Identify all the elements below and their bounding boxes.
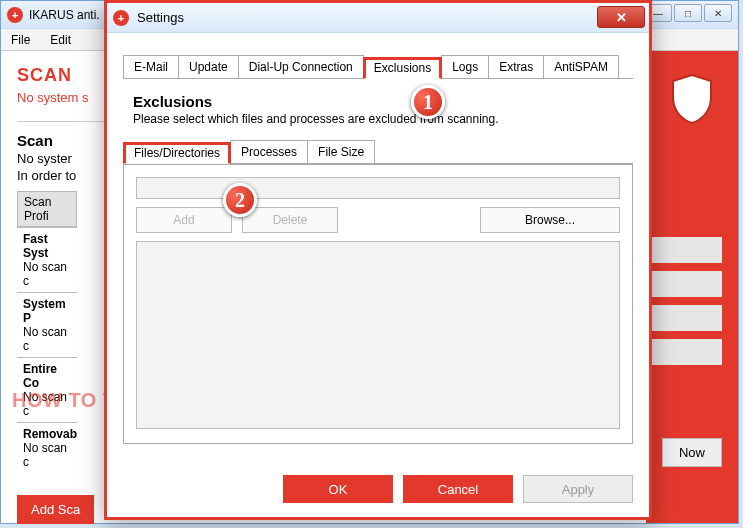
brand-text: RUS: [674, 482, 726, 513]
maximize-button[interactable]: □: [674, 4, 702, 22]
close-button[interactable]: ✕: [704, 4, 732, 22]
main-title: IKARUS anti.: [29, 8, 100, 22]
tab-extras[interactable]: Extras: [488, 55, 544, 78]
callout-2: 2: [223, 183, 257, 217]
settings-title: Settings: [137, 10, 184, 25]
exclusion-list[interactable]: [136, 241, 620, 429]
cancel-button[interactable]: Cancel: [403, 475, 513, 503]
exclusion-panel: Add Delete Browse...: [123, 164, 633, 444]
tab-logs[interactable]: Logs: [441, 55, 489, 78]
subtab-files[interactable]: Files/Directories: [123, 142, 231, 164]
section-description: Please select which files and processes …: [133, 112, 633, 126]
settings-close-button[interactable]: ✕: [597, 6, 645, 28]
section-heading: Exclusions: [133, 93, 633, 110]
settings-icon: +: [113, 10, 129, 26]
menu-edit[interactable]: Edit: [40, 33, 81, 47]
menu-file[interactable]: File: [1, 33, 40, 47]
settings-footer: OK Cancel Apply: [283, 475, 633, 503]
profile-header: Scan Profi: [17, 191, 77, 227]
ok-button[interactable]: OK: [283, 475, 393, 503]
tab-update[interactable]: Update: [178, 55, 239, 78]
settings-window: + Settings ✕ E-Mail Update Dial-Up Conne…: [104, 0, 652, 520]
tab-antispam[interactable]: AntiSPAM: [543, 55, 619, 78]
exclusion-subtabs: Files/Directories Processes File Size: [123, 140, 633, 164]
shield-icon: [669, 73, 715, 125]
browse-button[interactable]: Browse...: [480, 207, 620, 233]
settings-titlebar: + Settings ✕: [107, 3, 649, 33]
add-scan-button[interactable]: Add Sca: [17, 495, 94, 524]
subtab-processes[interactable]: Processes: [230, 140, 308, 163]
delete-button[interactable]: Delete: [242, 207, 338, 233]
settings-tabs: E-Mail Update Dial-Up Connection Exclusi…: [123, 55, 633, 79]
tab-exclusions[interactable]: Exclusions: [363, 57, 442, 79]
add-button[interactable]: Add: [136, 207, 232, 233]
profile-row[interactable]: RemovabNo scan c: [17, 422, 77, 473]
now-button[interactable]: Now: [662, 438, 722, 467]
subtab-filesize[interactable]: File Size: [307, 140, 375, 163]
profile-row[interactable]: Fast SystNo scan c: [17, 227, 77, 292]
path-input[interactable]: [136, 177, 620, 199]
profile-row[interactable]: System PNo scan c: [17, 292, 77, 357]
apply-button[interactable]: Apply: [523, 475, 633, 503]
tab-dialup[interactable]: Dial-Up Connection: [238, 55, 364, 78]
grey-rows: [646, 237, 722, 373]
tab-email[interactable]: E-Mail: [123, 55, 179, 78]
app-icon: +: [7, 7, 23, 23]
callout-1: 1: [411, 85, 445, 119]
